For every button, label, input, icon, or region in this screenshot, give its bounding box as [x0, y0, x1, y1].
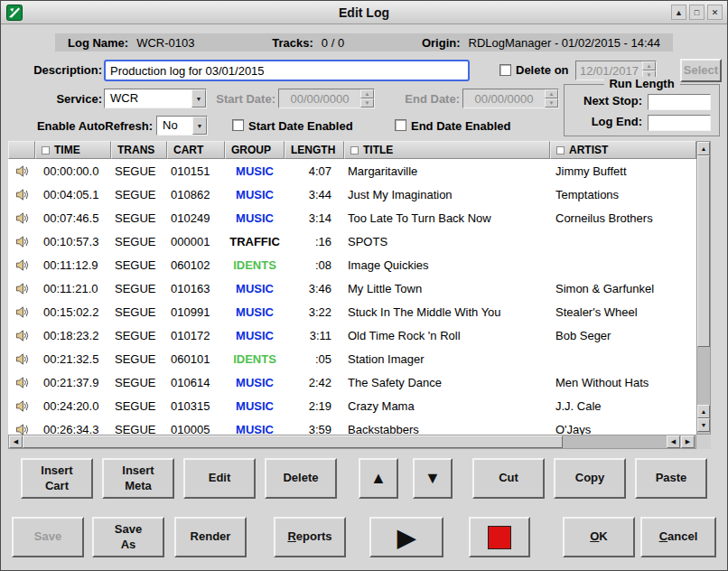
- column-header-cart[interactable]: CART: [167, 141, 225, 159]
- reports-button[interactable]: Reports: [274, 517, 346, 557]
- insert-meta-button[interactable]: Insert Meta: [102, 458, 174, 499]
- vertical-scroll-thumb[interactable]: [697, 155, 710, 347]
- log-table-body: 00:00:00.0 SEGUE 010151 MUSIC 4:07 Marga…: [8, 159, 696, 435]
- maximize-button[interactable]: □: [689, 5, 705, 20]
- stop-button[interactable]: [469, 517, 530, 557]
- description-input[interactable]: [104, 60, 470, 81]
- log-end-label: Log End:: [565, 114, 642, 130]
- table-row[interactable]: 00:21:32.5 SEGUE 060101 IDENTS :05 Stati…: [8, 347, 696, 370]
- shade-button[interactable]: ▲: [671, 5, 686, 20]
- speaker-icon: [8, 235, 35, 248]
- spin-up-icon[interactable]: ▲: [642, 61, 656, 70]
- render-button[interactable]: Render: [174, 517, 247, 557]
- column-header-trans[interactable]: TRANS: [111, 141, 167, 159]
- copy-button[interactable]: Copy: [554, 458, 626, 499]
- row-trans: SEGUE: [111, 376, 167, 389]
- row-trans: SEGUE: [111, 164, 167, 178]
- paste-button[interactable]: Paste: [635, 458, 707, 499]
- scroll-up-icon[interactable]: ▲: [697, 142, 710, 155]
- row-length: 3:44: [285, 188, 344, 201]
- move-down-button[interactable]: ▼: [413, 458, 453, 499]
- spin-up-icon[interactable]: ▲: [360, 89, 374, 98]
- column-header-time[interactable]: TIME: [35, 141, 111, 159]
- cancel-button[interactable]: Cancel: [640, 517, 716, 557]
- row-time: 00:21:37.9: [35, 376, 111, 389]
- spin-down-icon[interactable]: ▼: [360, 98, 374, 108]
- scroll-left-icon[interactable]: ◀: [667, 435, 680, 448]
- end-date-spinbox[interactable]: 00/00/0000 ▲ ▼: [462, 89, 559, 108]
- row-length: 3:46: [285, 282, 344, 295]
- log-info-strip: Log Name: WCR-0103 Tracks: 0 / 0 Origin:…: [55, 33, 673, 51]
- row-trans: SEGUE: [111, 329, 167, 342]
- row-cart: 010249: [167, 211, 225, 225]
- scrollbar-corner: [696, 435, 711, 449]
- play-button[interactable]: ▶: [369, 517, 443, 557]
- end-date-label: End Date:: [397, 89, 460, 109]
- column-header-length[interactable]: LENGTH: [285, 141, 344, 159]
- scroll-right-icon[interactable]: ▶: [681, 435, 695, 448]
- cut-button[interactable]: Cut: [472, 458, 545, 499]
- horizontal-scroll-thumb[interactable]: [23, 435, 563, 448]
- table-row[interactable]: 00:18:23.2 SEGUE 010172 MUSIC 3:11 Old T…: [8, 323, 696, 347]
- column-header-title[interactable]: TITLE: [344, 141, 550, 159]
- row-title: Stuck In The Middle With You: [344, 305, 550, 319]
- scroll-left-icon[interactable]: ◀: [9, 435, 23, 448]
- spin-up-icon[interactable]: ▲: [545, 89, 558, 98]
- row-artist: J.J. Cale: [550, 399, 696, 413]
- start-date-enabled-checkbox[interactable]: [232, 119, 244, 131]
- edit-button[interactable]: Edit: [183, 458, 256, 499]
- table-row[interactable]: 00:04:05.1 SEGUE 010862 MUSIC 3:44 Just …: [8, 183, 696, 206]
- table-row[interactable]: 00:10:57.3 SEGUE 000001 TRAFFIC :16 SPOT…: [8, 229, 696, 253]
- column-header-icon[interactable]: [8, 141, 35, 159]
- table-row[interactable]: 00:26:34.3 SEGUE 010005 MUSIC 3:59 Backs…: [8, 417, 696, 435]
- scroll-up-icon[interactable]: ▲: [697, 405, 710, 418]
- row-title: Margaritaville: [344, 164, 550, 178]
- horizontal-scrollbar[interactable]: ◀ ◀ ▶: [8, 435, 696, 449]
- chevron-down-icon[interactable]: ▼: [191, 89, 206, 108]
- service-combobox[interactable]: WCR ▼: [104, 89, 207, 108]
- start-date-label: Start Date:: [210, 89, 275, 109]
- row-title: The Safety Dance: [344, 376, 550, 389]
- row-trans: SEGUE: [111, 282, 167, 295]
- row-group: MUSIC: [225, 211, 285, 225]
- scroll-down-icon[interactable]: ▼: [697, 418, 710, 432]
- table-row[interactable]: 00:15:02.2 SEGUE 010991 MUSIC 3:22 Stuck…: [8, 300, 696, 323]
- table-row[interactable]: 00:24:20.0 SEGUE 010315 MUSIC 2:19 Crazy…: [8, 394, 696, 417]
- table-row[interactable]: 00:00:00.0 SEGUE 010151 MUSIC 4:07 Marga…: [8, 159, 696, 183]
- save-as-button[interactable]: Save As: [92, 517, 164, 557]
- column-header-artist[interactable]: ARTIST: [550, 141, 696, 159]
- table-row[interactable]: 00:21:37.9 SEGUE 010614 MUSIC 2:42 The S…: [8, 370, 696, 394]
- end-date-enabled-checkbox[interactable]: [395, 119, 406, 131]
- move-up-button[interactable]: ▲: [359, 458, 398, 499]
- delete-button[interactable]: Delete: [265, 458, 337, 499]
- row-artist: Jimmy Buffett: [550, 164, 696, 178]
- save-button[interactable]: Save: [12, 517, 84, 557]
- ok-button[interactable]: OK: [563, 517, 635, 557]
- speaker-icon: [8, 164, 35, 178]
- column-header-group[interactable]: GROUP: [225, 141, 285, 159]
- spin-down-icon[interactable]: ▼: [545, 98, 558, 108]
- start-date-spinbox[interactable]: 00/00/0000 ▲ ▼: [278, 89, 375, 108]
- row-cart: 060101: [167, 352, 225, 366]
- row-cart: 010862: [167, 188, 225, 201]
- table-row[interactable]: 00:11:21.0 SEGUE 010163 MUSIC 3:46 My Li…: [8, 276, 696, 300]
- chevron-down-icon[interactable]: ▼: [192, 117, 207, 135]
- row-cart: 010151: [167, 164, 225, 178]
- delete-on-checkbox[interactable]: [499, 64, 511, 76]
- table-row[interactable]: 00:07:46.5 SEGUE 010249 MUSIC 3:14 Too L…: [8, 206, 696, 229]
- row-time: 00:00:00.0: [35, 164, 111, 178]
- table-row[interactable]: 00:11:12.9 SEGUE 060102 IDENTS :08 Image…: [8, 253, 696, 276]
- titlebar[interactable]: Edit Log ▲ □ ✕: [1, 1, 727, 24]
- close-button[interactable]: ✕: [707, 5, 723, 20]
- stop-icon: [488, 526, 511, 549]
- row-trans: SEGUE: [111, 423, 167, 435]
- vertical-scrollbar[interactable]: ▲ ▲ ▼: [696, 141, 711, 435]
- row-title: Just My Imagination: [344, 188, 550, 201]
- next-stop-label: Next Stop:: [565, 93, 642, 109]
- autorefresh-combobox[interactable]: No ▼: [156, 116, 208, 136]
- row-cart: 010991: [167, 305, 225, 319]
- select-button[interactable]: Select: [680, 59, 722, 82]
- row-artist: Stealer's Wheel: [550, 305, 696, 319]
- insert-cart-button[interactable]: Insert Cart: [21, 458, 93, 499]
- autorefresh-value: No: [157, 117, 192, 135]
